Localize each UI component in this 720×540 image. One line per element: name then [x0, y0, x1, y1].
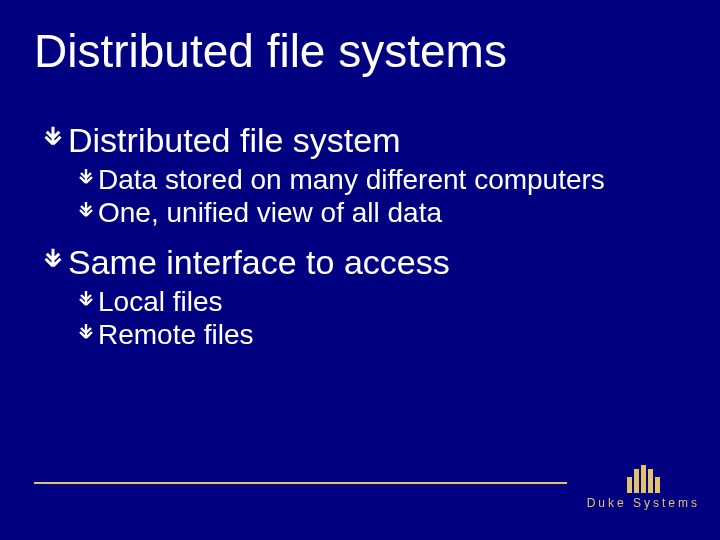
bullet-text: Distributed file system: [68, 120, 401, 161]
footer-rule: [34, 482, 567, 484]
bullet-level2: Data stored on many different computers: [74, 163, 686, 197]
footer: Duke Systems: [34, 465, 700, 510]
bullet-level2: Remote files: [74, 318, 686, 352]
arrow-down-icon: [74, 163, 98, 193]
bullet-text: Data stored on many different computers: [98, 163, 605, 197]
logo-mark-icon: [627, 465, 660, 493]
arrow-down-icon: [74, 196, 98, 226]
arrow-down-icon: [74, 318, 98, 348]
arrow-down-icon: [38, 242, 68, 278]
brand-text: Duke Systems: [587, 496, 700, 510]
bullet-text: One, unified view of all data: [98, 196, 442, 230]
arrow-down-icon: [38, 120, 68, 156]
bullet-level2: One, unified view of all data: [74, 196, 686, 230]
spacer: [34, 230, 686, 242]
brand-logo: Duke Systems: [587, 465, 700, 510]
bullet-text: Local files: [98, 285, 223, 319]
arrow-down-icon: [74, 285, 98, 315]
bullet-text: Same interface to access: [68, 242, 450, 283]
slide-title: Distributed file systems: [34, 24, 686, 78]
bullet-level1: Distributed file system: [38, 120, 686, 161]
slide: Distributed file systems Distributed fil…: [0, 0, 720, 540]
bullet-level2: Local files: [74, 285, 686, 319]
bullet-text: Remote files: [98, 318, 254, 352]
bullet-level1: Same interface to access: [38, 242, 686, 283]
